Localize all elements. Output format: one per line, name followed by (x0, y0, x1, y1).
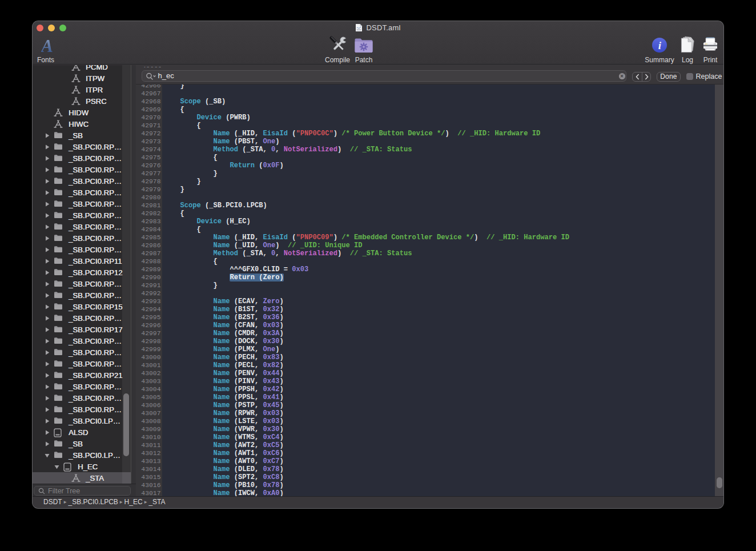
svg-text:i: i (658, 39, 662, 51)
